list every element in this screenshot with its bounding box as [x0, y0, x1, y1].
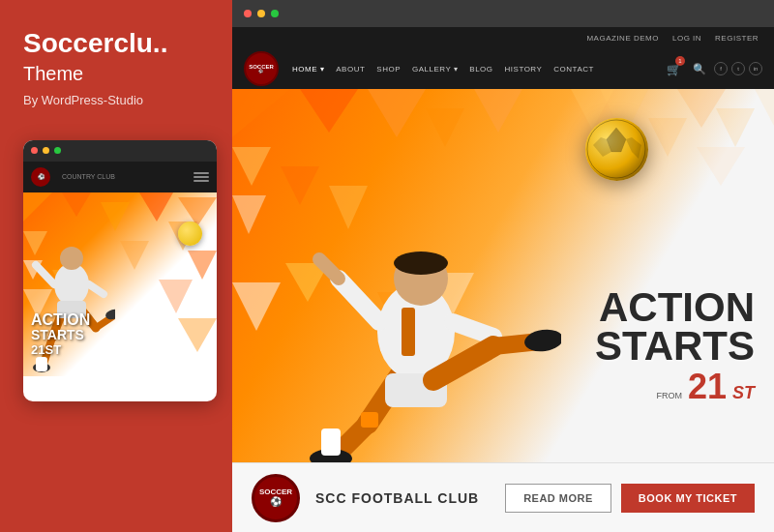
cart-badge: 1	[675, 56, 685, 66]
mobile-preview: ⚽ COUNTRY CLUB	[23, 140, 217, 401]
facebook-icon[interactable]: f	[714, 62, 728, 75]
site-topbar: MAGAZINE DEMO LOG IN REGISTER	[232, 27, 774, 48]
nav-blog[interactable]: BLOG	[469, 65, 492, 74]
hero-date-row: FROM 21 ST	[595, 369, 755, 404]
nav-history[interactable]: HISTORY	[505, 65, 543, 74]
topbar-login: LOG IN	[672, 34, 701, 43]
mobile-dot-2	[43, 147, 49, 154]
search-icon[interactable]: 🔍	[693, 63, 706, 75]
svg-marker-29	[232, 147, 271, 186]
mobile-site-header: ⚽ COUNTRY CLUB	[23, 162, 217, 192]
site-hero-section: ACTION STARTS FROM 21 ST	[232, 89, 774, 462]
svg-marker-40	[716, 108, 755, 147]
hero-date-number: 21	[688, 369, 727, 404]
svg-marker-33	[232, 195, 266, 234]
footer-club-name: SCC FOOTBALL CLUB	[315, 490, 490, 506]
svg-marker-28	[368, 89, 426, 137]
site-navbar: SOCCER ⚽ HOME ▾ ABOUT SHOP GALLERY ▾ BLO…	[232, 48, 774, 89]
svg-point-15	[60, 247, 83, 270]
svg-marker-64	[626, 137, 641, 159]
svg-marker-27	[300, 89, 358, 133]
footer-logo-text: SOCCER ⚽	[259, 488, 292, 508]
svg-marker-37	[677, 89, 726, 128]
svg-line-54	[453, 322, 493, 337]
svg-line-52	[339, 279, 379, 322]
read-more-button[interactable]: READ MORE	[505, 484, 611, 513]
svg-marker-38	[697, 147, 745, 186]
topbar-register: REGISTER	[715, 34, 759, 43]
svg-marker-11	[159, 280, 193, 313]
mobile-dot-1	[31, 147, 38, 154]
mobile-logo: ⚽	[31, 167, 50, 187]
footer-club-logo: SOCCER ⚽	[252, 474, 300, 522]
svg-rect-61	[361, 412, 378, 428]
browser-chrome-bar	[232, 0, 774, 27]
svg-line-16	[36, 265, 54, 284]
right-panel: MAGAZINE DEMO LOG IN REGISTER SOCCER ⚽ H…	[232, 0, 774, 532]
topbar-magazine: MAGAZINE DEMO	[586, 34, 659, 43]
svg-marker-26	[232, 89, 290, 137]
site-footer-bar: SOCCER ⚽ SCC FOOTBALL CLUB READ MORE BOO…	[232, 462, 774, 532]
svg-marker-3	[139, 192, 173, 222]
svg-marker-41	[755, 89, 774, 126]
svg-marker-8	[120, 241, 149, 270]
svg-marker-36	[648, 118, 687, 157]
nav-logo: SOCCER ⚽	[244, 51, 279, 86]
svg-point-51	[394, 251, 448, 275]
linkedin-icon[interactable]: in	[749, 62, 762, 75]
hero-action-line1: ACTION	[595, 288, 755, 327]
svg-rect-49	[402, 308, 415, 356]
svg-marker-32	[474, 89, 522, 133]
nav-contact[interactable]: CONTACT	[553, 65, 594, 74]
nav-about[interactable]: ABOUT	[336, 65, 365, 74]
hero-soccer-ball	[585, 118, 648, 181]
hero-date-suffix: ST	[732, 383, 755, 403]
mobile-hero-section: ACTION STARTS 21ST	[23, 192, 217, 376]
hero-text-block: ACTION STARTS FROM 21 ST	[595, 288, 755, 404]
svg-line-17	[89, 284, 104, 294]
hero-from-label: FROM	[656, 391, 682, 400]
svg-marker-31	[426, 108, 464, 147]
theme-subtitle: Theme	[23, 63, 209, 85]
svg-marker-1	[62, 192, 91, 217]
mobile-dot-3	[54, 147, 61, 154]
left-panel: Soccerclu.. Theme By WordPress-Studio ⚽ …	[0, 0, 232, 532]
browser-dot-red	[244, 10, 252, 17]
mobile-browser-bar	[23, 140, 217, 162]
svg-line-53	[319, 259, 339, 279]
theme-title: Soccerclu..	[23, 29, 209, 59]
book-ticket-button[interactable]: BOOK MY TICKET	[621, 484, 755, 513]
mobile-soccer-ball	[178, 222, 202, 246]
ball-pattern	[585, 118, 648, 181]
footer-action-buttons: READ MORE BOOK MY TICKET	[505, 484, 755, 513]
svg-marker-2	[101, 202, 130, 231]
nav-gallery[interactable]: GALLERY ▾	[412, 65, 458, 74]
cart-container[interactable]: 🛒 1	[667, 60, 681, 77]
svg-marker-7	[188, 251, 217, 280]
desktop-site-preview: MAGAZINE DEMO LOG IN REGISTER SOCCER ⚽ H…	[232, 27, 774, 532]
svg-marker-13	[178, 318, 217, 352]
nav-logo-text: SOCCER ⚽	[249, 64, 274, 74]
nav-links: HOME ▾ ABOUT SHOP GALLERY ▾ BLOG HISTORY…	[292, 65, 667, 74]
browser-dot-yellow	[257, 10, 265, 17]
theme-author: By WordPress-Studio	[23, 93, 209, 107]
nav-icons: 🛒 1 🔍 f t in	[667, 60, 762, 77]
browser-dot-green	[271, 10, 279, 17]
mobile-hero-text: ACTION STARTS 21ST	[31, 311, 90, 357]
twitter-icon[interactable]: t	[731, 62, 745, 75]
svg-rect-60	[321, 429, 341, 456]
hero-player-figure	[271, 172, 561, 462]
nav-shop[interactable]: SHOP	[376, 65, 401, 74]
svg-marker-0	[23, 192, 52, 222]
mobile-hamburger-icon	[194, 172, 209, 182]
svg-rect-25	[36, 357, 47, 371]
mobile-site-name: COUNTRY CLUB	[62, 173, 115, 180]
nav-home[interactable]: HOME ▾	[292, 65, 324, 74]
social-icons: f t in	[714, 62, 762, 75]
hero-action-line2: STARTS	[595, 327, 755, 366]
